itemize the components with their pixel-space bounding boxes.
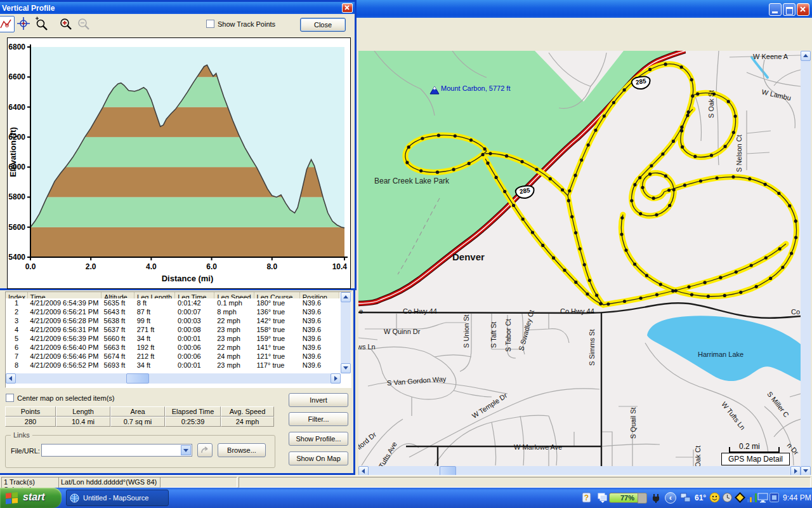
invert-button[interactable]: Invert bbox=[289, 393, 348, 407]
link-go-button[interactable] bbox=[197, 443, 213, 457]
map-label: e bbox=[359, 307, 363, 315]
track-point-row[interactable]: 64/21/2009 6:56:40 PM5663 ft192 ft0:00:0… bbox=[6, 343, 339, 352]
table-column-header[interactable]: Index bbox=[6, 292, 27, 298]
status-panel bbox=[160, 477, 237, 488]
show-profile-button[interactable]: Show Profile... bbox=[289, 432, 348, 446]
table-vscrollbar[interactable] bbox=[341, 292, 351, 373]
diamond-tray-icon[interactable] bbox=[735, 492, 745, 503]
map-label: Tufts Ave bbox=[377, 441, 398, 466]
summit-icon[interactable] bbox=[429, 86, 440, 95]
map-label: S Van Gordon Way bbox=[387, 375, 447, 386]
zoom-out-icon[interactable] bbox=[75, 16, 91, 31]
center-map-label: Center map on selected item(s) bbox=[17, 394, 114, 402]
profile-close-button[interactable] bbox=[342, 3, 353, 13]
restore-window-tray-icon[interactable] bbox=[597, 492, 608, 503]
track-point-row[interactable]: 34/21/2009 6:56:28 PM5638 ft99 ft0:00:03… bbox=[6, 316, 339, 325]
table-column-header[interactable]: Altitude bbox=[101, 292, 134, 298]
table-column-header[interactable]: Leg Course bbox=[254, 292, 299, 298]
table-hscrollbar[interactable] bbox=[6, 373, 341, 384]
minimize-button[interactable] bbox=[769, 3, 782, 16]
map-vscrollbar[interactable] bbox=[801, 51, 811, 476]
stat-value: 24 mph bbox=[221, 417, 274, 427]
map-label: W Temple Dr bbox=[471, 391, 509, 420]
arrow-right-icon bbox=[794, 469, 797, 474]
svg-text:6600: 6600 bbox=[8, 72, 25, 81]
track-points-table-wrap[interactable]: IndexTimeAltitudeLeg LengthLeg TimeLeg S… bbox=[5, 291, 351, 388]
zoom-select-icon[interactable] bbox=[34, 16, 49, 31]
track-point-row[interactable]: 54/21/2009 6:56:39 PM5660 ft34 ft0:00:01… bbox=[6, 334, 339, 343]
stat-value: 0:25:39 bbox=[165, 417, 221, 427]
network-tray-icon[interactable] bbox=[680, 492, 691, 503]
map-viewport[interactable]: Mount Carbon, 5772 ftBear Creek Lake Par… bbox=[358, 51, 801, 466]
close-icon bbox=[797, 4, 809, 15]
close-icon bbox=[343, 4, 352, 12]
table-column-header[interactable]: Leg Length bbox=[134, 292, 175, 298]
table-column-header[interactable]: Position bbox=[299, 292, 339, 298]
table-column-header[interactable]: Leg Time bbox=[175, 292, 214, 298]
center-map-checkbox[interactable] bbox=[6, 394, 14, 402]
file-url-combo[interactable] bbox=[41, 444, 192, 457]
battery-indicator[interactable]: 77% bbox=[609, 493, 646, 503]
table-column-header[interactable]: Leg Speed bbox=[214, 292, 254, 298]
scroll-left-button[interactable] bbox=[6, 373, 16, 384]
map-label: Bear Creek Lake Park bbox=[374, 177, 449, 185]
browse-button[interactable]: Browse... bbox=[218, 443, 266, 457]
clock-text[interactable]: 9:44 PM bbox=[783, 493, 811, 502]
table-column-header[interactable]: Time bbox=[27, 292, 101, 298]
stat-value: 0.7 sq mi bbox=[110, 417, 165, 427]
power-plug-icon[interactable] bbox=[651, 492, 662, 503]
table-hscroll-thumb[interactable] bbox=[126, 373, 149, 384]
status-latlon: Lat/Lon hddd.ddddd°(WGS 84) bbox=[58, 477, 160, 488]
restore-button[interactable] bbox=[783, 3, 796, 16]
map-label: S Tabor Ct bbox=[504, 319, 512, 352]
elevation-chart[interactable]: 540056005800600062006400660068000.02.04.… bbox=[8, 38, 349, 287]
scroll-right-button[interactable] bbox=[331, 373, 341, 384]
map-scale-bar bbox=[729, 447, 780, 453]
combo-dropdown-button[interactable] bbox=[181, 445, 191, 455]
scroll-down-button[interactable] bbox=[341, 363, 351, 373]
temperature-tray-text[interactable]: 61° bbox=[695, 493, 706, 502]
menubar[interactable] bbox=[355, 18, 812, 30]
help-tray-icon[interactable]: ? bbox=[581, 492, 592, 503]
zoom-in-icon[interactable] bbox=[58, 16, 73, 31]
track-properties-panel: IndexTimeAltitudeLeg LengthLeg TimeLeg S… bbox=[0, 290, 355, 475]
filter-button[interactable]: Filter... bbox=[289, 412, 348, 426]
svg-text:5400: 5400 bbox=[8, 253, 25, 262]
map-label: W Lambu bbox=[761, 88, 792, 102]
stat-header: Area bbox=[110, 406, 165, 417]
taskbar: start Untitled - MapSource ? 77% ‹ 61° 9… bbox=[0, 488, 812, 508]
signal-bars-tray-icon[interactable] bbox=[747, 492, 757, 503]
mapsource-titlebar[interactable] bbox=[355, 0, 812, 18]
map-label: Co Hwy 44 bbox=[403, 307, 437, 315]
profile-close-action-button[interactable]: Close bbox=[300, 18, 346, 32]
profile-tool-icon[interactable] bbox=[0, 16, 15, 32]
minimize-icon bbox=[772, 11, 778, 13]
map-label: Co Hw bbox=[791, 308, 801, 316]
svg-text:Elevation (ft): Elevation (ft) bbox=[8, 127, 18, 177]
app-box-tray-icon[interactable] bbox=[769, 492, 780, 503]
vertical-profile-window: Vertical Profile Show Track Points Close… bbox=[0, 0, 357, 290]
show-track-points-label: Show Track Points bbox=[218, 20, 275, 28]
scroll-up-button[interactable] bbox=[801, 51, 811, 61]
start-button[interactable]: start bbox=[0, 488, 62, 508]
clock-tray-icon[interactable] bbox=[722, 492, 733, 503]
tray-chevron-button[interactable]: ‹ bbox=[665, 492, 676, 504]
profile-titlebar[interactable]: Vertical Profile bbox=[0, 2, 355, 14]
map-label: W Quinn Dr bbox=[384, 328, 420, 335]
task-item-mapsource[interactable]: Untitled - MapSource bbox=[66, 490, 169, 506]
svg-text:4.0: 4.0 bbox=[146, 262, 157, 271]
show-on-map-button[interactable]: Show On Map bbox=[289, 451, 348, 465]
close-button[interactable] bbox=[797, 3, 809, 16]
track-point-row[interactable]: 84/21/2009 6:56:52 PM5693 ft34 ft0:00:01… bbox=[6, 361, 339, 370]
track-point-row[interactable]: 24/21/2009 6:56:21 PM5643 ft87 ft0:00:07… bbox=[6, 307, 339, 316]
scroll-up-button[interactable] bbox=[341, 292, 351, 302]
pan-crosshair-icon[interactable] bbox=[16, 16, 31, 31]
map-label: Harriman Lake bbox=[698, 351, 743, 358]
monitor-tray-icon[interactable] bbox=[757, 492, 768, 503]
svg-text:Distance (mi): Distance (mi) bbox=[162, 274, 214, 283]
track-point-row[interactable]: 14/21/2009 6:54:39 PM5635 ft8 ft0:01:420… bbox=[6, 298, 339, 307]
smiley-tray-icon[interactable] bbox=[709, 492, 720, 503]
track-point-row[interactable]: 74/21/2009 6:56:46 PM5674 ft212 ft0:00:0… bbox=[6, 352, 339, 361]
track-point-row[interactable]: 44/21/2009 6:56:31 PM5637 ft271 ft0:00:0… bbox=[6, 325, 339, 334]
show-track-points-checkbox[interactable] bbox=[206, 20, 214, 28]
